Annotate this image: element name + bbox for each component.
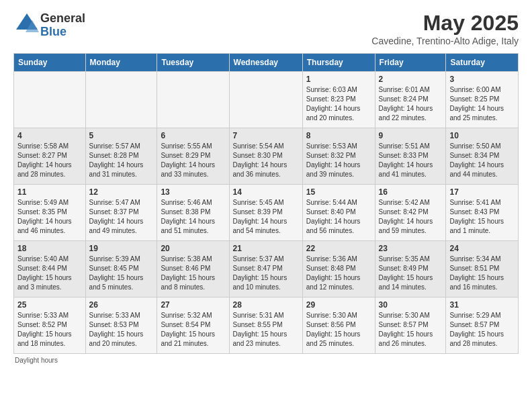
day-cell: 23Sunrise: 5:35 AM Sunset: 8:49 PM Dayli… xyxy=(375,241,446,298)
day-cell: 9Sunrise: 5:51 AM Sunset: 8:33 PM Daylig… xyxy=(375,128,446,185)
day-info: Sunrise: 5:39 AM Sunset: 8:45 PM Dayligh… xyxy=(89,255,154,292)
day-cell xyxy=(14,72,86,128)
day-cell: 6Sunrise: 5:55 AM Sunset: 8:29 PM Daylig… xyxy=(157,128,229,185)
day-cell: 27Sunrise: 5:32 AM Sunset: 8:54 PM Dayli… xyxy=(157,298,229,354)
day-number: 17 xyxy=(449,187,515,197)
week-row-4: 18Sunrise: 5:40 AM Sunset: 8:44 PM Dayli… xyxy=(14,241,519,298)
day-number: 3 xyxy=(449,75,515,84)
day-cell: 3Sunrise: 6:00 AM Sunset: 8:25 PM Daylig… xyxy=(446,72,519,128)
day-cell xyxy=(157,72,229,128)
day-info: Sunrise: 5:40 AM Sunset: 8:44 PM Dayligh… xyxy=(17,255,82,292)
title-area: May 2025 Cavedine, Trentino-Alto Adige, … xyxy=(371,11,519,46)
day-number: 10 xyxy=(449,131,515,140)
day-info: Sunrise: 5:58 AM Sunset: 8:27 PM Dayligh… xyxy=(17,142,82,179)
day-cell: 5Sunrise: 5:57 AM Sunset: 8:28 PM Daylig… xyxy=(85,128,157,185)
day-cell: 7Sunrise: 5:54 AM Sunset: 8:30 PM Daylig… xyxy=(229,128,302,185)
day-number: 24 xyxy=(449,244,515,253)
day-cell: 29Sunrise: 5:30 AM Sunset: 8:56 PM Dayli… xyxy=(302,298,375,354)
day-cell: 25Sunrise: 5:33 AM Sunset: 8:52 PM Dayli… xyxy=(14,298,86,354)
col-header-monday: Monday xyxy=(85,54,157,72)
week-row-5: 25Sunrise: 5:33 AM Sunset: 8:52 PM Dayli… xyxy=(14,298,519,354)
day-cell: 20Sunrise: 5:38 AM Sunset: 8:46 PM Dayli… xyxy=(157,241,229,298)
day-number: 15 xyxy=(306,187,371,197)
day-number: 21 xyxy=(233,244,299,253)
day-number: 30 xyxy=(379,300,443,310)
day-cell: 11Sunrise: 5:49 AM Sunset: 8:35 PM Dayli… xyxy=(14,185,86,241)
col-header-wednesday: Wednesday xyxy=(229,54,302,72)
day-info: Sunrise: 5:44 AM Sunset: 8:40 PM Dayligh… xyxy=(306,198,371,236)
day-number: 6 xyxy=(161,131,225,140)
footer: Daylight hours xyxy=(13,357,519,364)
day-cell xyxy=(229,72,302,128)
month-title: May 2025 xyxy=(371,11,519,36)
day-cell: 30Sunrise: 5:30 AM Sunset: 8:57 PM Dayli… xyxy=(375,298,446,354)
day-info: Sunrise: 5:51 AM Sunset: 8:33 PM Dayligh… xyxy=(379,142,443,179)
day-info: Sunrise: 6:01 AM Sunset: 8:24 PM Dayligh… xyxy=(379,85,443,123)
day-cell: 1Sunrise: 6:03 AM Sunset: 8:23 PM Daylig… xyxy=(302,72,375,128)
col-header-tuesday: Tuesday xyxy=(157,54,229,72)
day-cell: 19Sunrise: 5:39 AM Sunset: 8:45 PM Dayli… xyxy=(85,241,157,298)
day-cell: 28Sunrise: 5:31 AM Sunset: 8:55 PM Dayli… xyxy=(229,298,302,354)
logo-blue: Blue xyxy=(40,26,85,39)
day-info: Sunrise: 5:53 AM Sunset: 8:32 PM Dayligh… xyxy=(306,142,371,179)
day-info: Sunrise: 5:42 AM Sunset: 8:42 PM Dayligh… xyxy=(379,198,443,236)
col-header-saturday: Saturday xyxy=(446,54,519,72)
header-row: SundayMondayTuesdayWednesdayThursdayFrid… xyxy=(14,54,519,72)
week-row-2: 4Sunrise: 5:58 AM Sunset: 8:27 PM Daylig… xyxy=(14,128,519,185)
day-info: Sunrise: 5:34 AM Sunset: 8:51 PM Dayligh… xyxy=(449,255,515,292)
day-cell: 21Sunrise: 5:37 AM Sunset: 8:47 PM Dayli… xyxy=(229,241,302,298)
footer-note: Daylight hours xyxy=(15,357,58,364)
day-number: 29 xyxy=(306,300,371,310)
day-cell: 22Sunrise: 5:36 AM Sunset: 8:48 PM Dayli… xyxy=(302,241,375,298)
day-number: 19 xyxy=(89,244,154,253)
day-number: 12 xyxy=(89,187,154,197)
day-cell: 15Sunrise: 5:44 AM Sunset: 8:40 PM Dayli… xyxy=(302,185,375,241)
day-cell: 26Sunrise: 5:33 AM Sunset: 8:53 PM Dayli… xyxy=(85,298,157,354)
day-number: 22 xyxy=(306,244,371,253)
day-info: Sunrise: 5:46 AM Sunset: 8:38 PM Dayligh… xyxy=(161,198,225,236)
day-number: 7 xyxy=(233,131,299,140)
day-number: 23 xyxy=(379,244,443,253)
day-number: 1 xyxy=(306,75,371,84)
day-number: 20 xyxy=(161,244,225,253)
day-number: 26 xyxy=(89,300,154,310)
day-cell: 10Sunrise: 5:50 AM Sunset: 8:34 PM Dayli… xyxy=(446,128,519,185)
day-cell: 16Sunrise: 5:42 AM Sunset: 8:42 PM Dayli… xyxy=(375,185,446,241)
day-info: Sunrise: 5:38 AM Sunset: 8:46 PM Dayligh… xyxy=(161,255,225,292)
day-cell xyxy=(85,72,157,128)
day-cell: 24Sunrise: 5:34 AM Sunset: 8:51 PM Dayli… xyxy=(446,241,519,298)
day-number: 4 xyxy=(17,131,82,140)
day-number: 5 xyxy=(89,131,154,140)
logo: General Blue xyxy=(13,11,85,40)
day-info: Sunrise: 5:33 AM Sunset: 8:53 PM Dayligh… xyxy=(89,311,154,349)
day-cell: 2Sunrise: 6:01 AM Sunset: 8:24 PM Daylig… xyxy=(375,72,446,128)
day-info: Sunrise: 5:45 AM Sunset: 8:39 PM Dayligh… xyxy=(233,198,299,236)
day-cell: 4Sunrise: 5:58 AM Sunset: 8:27 PM Daylig… xyxy=(14,128,86,185)
day-info: Sunrise: 5:57 AM Sunset: 8:28 PM Dayligh… xyxy=(89,142,154,179)
day-cell: 12Sunrise: 5:47 AM Sunset: 8:37 PM Dayli… xyxy=(85,185,157,241)
day-number: 14 xyxy=(233,187,299,197)
week-row-1: 1Sunrise: 6:03 AM Sunset: 8:23 PM Daylig… xyxy=(14,72,519,128)
day-info: Sunrise: 5:37 AM Sunset: 8:47 PM Dayligh… xyxy=(233,255,299,292)
day-info: Sunrise: 6:03 AM Sunset: 8:23 PM Dayligh… xyxy=(306,85,371,123)
logo-text: General Blue xyxy=(40,12,85,39)
day-info: Sunrise: 5:50 AM Sunset: 8:34 PM Dayligh… xyxy=(449,142,515,179)
day-number: 27 xyxy=(161,300,225,310)
day-info: Sunrise: 5:33 AM Sunset: 8:52 PM Dayligh… xyxy=(17,311,82,349)
day-number: 8 xyxy=(306,131,371,140)
day-info: Sunrise: 5:47 AM Sunset: 8:37 PM Dayligh… xyxy=(89,198,154,236)
day-info: Sunrise: 5:55 AM Sunset: 8:29 PM Dayligh… xyxy=(161,142,225,179)
day-cell: 14Sunrise: 5:45 AM Sunset: 8:39 PM Dayli… xyxy=(229,185,302,241)
header: General Blue May 2025 Cavedine, Trentino… xyxy=(13,11,519,46)
day-info: Sunrise: 5:41 AM Sunset: 8:43 PM Dayligh… xyxy=(449,198,515,236)
day-info: Sunrise: 5:30 AM Sunset: 8:56 PM Dayligh… xyxy=(306,311,371,349)
day-number: 9 xyxy=(379,131,443,140)
day-info: Sunrise: 5:49 AM Sunset: 8:35 PM Dayligh… xyxy=(17,198,82,236)
day-number: 28 xyxy=(233,300,299,310)
day-cell: 31Sunrise: 5:29 AM Sunset: 8:57 PM Dayli… xyxy=(446,298,519,354)
calendar-table: SundayMondayTuesdayWednesdayThursdayFrid… xyxy=(13,53,519,354)
day-info: Sunrise: 5:54 AM Sunset: 8:30 PM Dayligh… xyxy=(233,142,299,179)
day-number: 2 xyxy=(379,75,443,84)
col-header-thursday: Thursday xyxy=(302,54,375,72)
day-number: 16 xyxy=(379,187,443,197)
